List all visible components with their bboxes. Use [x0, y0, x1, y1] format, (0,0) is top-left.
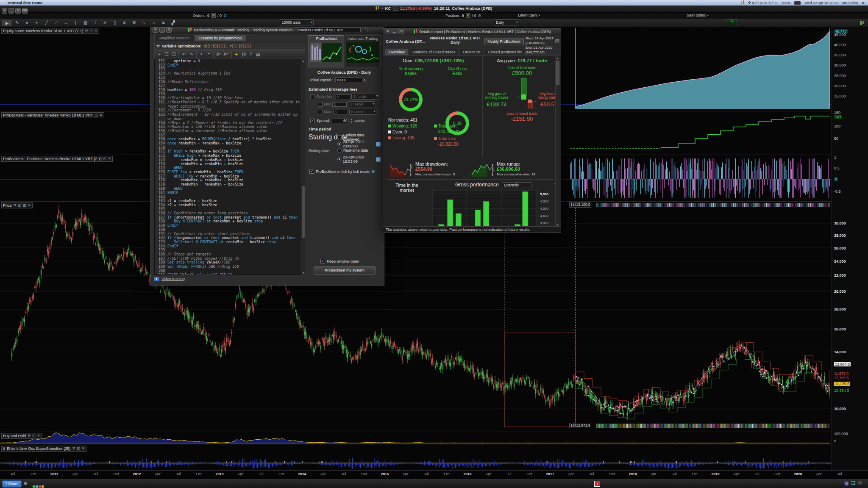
trash-tool[interactable]: ▯: [111, 20, 119, 26]
price-panel-title[interactable]: Price⚒◱▧✕: [1, 202, 33, 208]
wrench-icon[interactable]: ⚒: [14, 203, 17, 208]
print-icon[interactable]: ▤: [555, 38, 559, 44]
tick-mode-checkbox[interactable]: ✓: [309, 169, 314, 174]
cursor-tool[interactable]: ▶: [3, 20, 11, 26]
minimize-icon[interactable]: ▁: [392, 29, 397, 34]
list-menu-icon[interactable]: ≣: [862, 1, 865, 5]
display-icon[interactable]: ▭: [760, 1, 763, 5]
tab-creation-by-programming[interactable]: Creation by programming: [195, 35, 246, 41]
code-line[interactable]: 163//MaxIncrement = 10 //10 Limit of no …: [155, 113, 301, 121]
calendar-icon[interactable]: [376, 142, 381, 147]
video-training-link[interactable]: ▶ Video training: [154, 277, 185, 281]
min-checkbox[interactable]: ✓: [318, 102, 323, 107]
position-gear-icon[interactable]: ⚙: [478, 14, 481, 18]
grid-icon[interactable]: ▦: [844, 480, 849, 486]
hline-tool[interactable]: ↔: [62, 20, 70, 26]
bluetooth-icon[interactable]: ᛒ: [772, 1, 774, 5]
tools-tool[interactable]: ⚒: [130, 20, 138, 26]
alert-badge-icon[interactable]: !: [594, 481, 600, 487]
positions-panel-title[interactable]: ProBacktest - Positions: Nneless Renko 1…: [1, 156, 113, 162]
orders-gear-icon[interactable]: ⚙: [223, 14, 227, 18]
close-icon[interactable]: ✕: [95, 28, 97, 33]
calendar-icon[interactable]: [376, 157, 381, 162]
cut-icon[interactable]: ✂: [156, 52, 162, 57]
app-menu[interactable]: ProRealTime Demo: [8, 1, 42, 5]
help-icon[interactable]: ?: [248, 52, 254, 57]
close-icon[interactable]: ✕: [2, 8, 7, 14]
copy-icon[interactable]: ❐: [164, 52, 170, 57]
code-line[interactable]: 156//Renko Definitions: [155, 80, 301, 84]
min-unit-select[interactable]: £ / order: [348, 101, 375, 107]
units-select[interactable]: 10000 units: [280, 19, 314, 25]
max-checkbox[interactable]: ✓: [318, 110, 323, 114]
code-scrollbar[interactable]: ▲▼: [301, 59, 306, 275]
zigzag-green-tool[interactable]: ≈: [150, 20, 158, 26]
close-icon[interactable]: ✕: [37, 433, 40, 438]
pencil-tool[interactable]: ✎: [13, 20, 21, 26]
minimize-icon[interactable]: ▁: [8, 8, 14, 14]
minimize-icon[interactable]: ▁: [159, 27, 165, 33]
system-name-input[interactable]: [297, 28, 361, 32]
chart-type-icon[interactable]: ⤴▾: [727, 19, 737, 26]
redo-icon[interactable]: ↷: [188, 52, 194, 57]
symbol[interactable]: KC: [385, 6, 391, 11]
tip-bulb-icon[interactable]: ✦: [234, 52, 239, 57]
chat-icon[interactable]: ❏: [851, 480, 855, 486]
order-fee-unit-select[interactable]: £ / order: [351, 94, 378, 100]
chart-edit-tool[interactable]: ▧: [81, 20, 89, 26]
initial-capital-input[interactable]: [335, 78, 362, 82]
close-icon[interactable]: ✕: [82, 446, 85, 451]
menu-user[interactable]: Ian Solley: [842, 1, 858, 5]
comment-icon[interactable]: ❝: [206, 52, 211, 57]
fork-tool[interactable]: ⋔: [120, 20, 128, 26]
backtesting-titlebar[interactable]: ✕ ▁ ⊡ Backtesting & Automatic Trading - …: [151, 27, 384, 33]
min-input[interactable]: 0: [332, 102, 347, 107]
tab-overview[interactable]: Overview: [385, 49, 408, 55]
font-smaller-icon[interactable]: A⁻: [216, 52, 222, 57]
layers-icon[interactable]: ⧉: [752, 1, 754, 5]
panel-icon[interactable]: ◱: [18, 203, 22, 208]
variables-panel-title[interactable]: ProBacktest - Variables: Nneless Renko 1…: [1, 112, 104, 118]
time-axis[interactable]: JulOct2011AprJulOct2012AprJulOct2013AprJ…: [0, 470, 868, 479]
panel-icon[interactable]: ◱: [89, 28, 93, 33]
tab-simplified-creation[interactable]: Simplified creation: [154, 35, 194, 41]
position-marker-label[interactable]: 1@13,100.0: [569, 202, 591, 208]
close-icon[interactable]: ✕: [28, 203, 31, 208]
code-line[interactable]: 181ENDIF: [155, 191, 301, 195]
order-fee-input[interactable]: 0: [336, 94, 350, 99]
code-editor[interactable]: 151 optimise = 0152EndIf153154// Heurist…: [154, 59, 302, 275]
price-marker-label[interactable]: 1@12,972.9: [569, 423, 591, 428]
code-line[interactable]: 152EndIf: [155, 64, 301, 68]
zoom-tool[interactable]: ⌖: [33, 20, 41, 26]
position-icon[interactable]: ▦: [466, 13, 470, 18]
ehlers-panel-title[interactable]: ▮ Ehler's Univ Osc SuperSmoother (25)⚒◱✕: [1, 446, 86, 452]
code-line[interactable]: 189EndIf: [155, 224, 301, 228]
spread-checkbox[interactable]: ✓: [310, 119, 315, 123]
text-tool[interactable]: T: [91, 20, 99, 26]
variable-optimization-bar[interactable]: ⚒ Variable optimization: q[2;10][1], r[1…: [154, 43, 305, 50]
restore-icon[interactable]: ⧉: [15, 8, 21, 14]
panel-icon[interactable]: ◱: [32, 433, 36, 438]
info-icon[interactable]: i: [393, 6, 398, 11]
probacktest-run-button[interactable]: ProBacktest my system: [314, 266, 376, 274]
maximize-icon[interactable]: ⊡: [398, 29, 404, 34]
function-icon[interactable]: ƒx: [241, 52, 247, 57]
code-line[interactable]: 154// Heuristics Algorithm 1 End: [155, 72, 301, 76]
spread-input[interactable]: [332, 119, 349, 123]
snapshot-icon[interactable]: ◉: [24, 481, 28, 485]
vline-tool[interactable]: ∣: [72, 20, 80, 26]
close-icon[interactable]: ✕: [153, 27, 158, 33]
search-icon[interactable]: ⌖: [198, 52, 204, 57]
tab-closed-positions[interactable]: Closed positions list: [485, 49, 526, 55]
panel-icon[interactable]: ◱: [95, 113, 98, 118]
report-titlebar[interactable]: ✕ ▁ ⊡ Detailed report | ProBacktest | Nn…: [383, 28, 561, 35]
keyboard-icon[interactable]: ⌨: [22, 8, 28, 14]
sync-icon[interactable]: ✣: [748, 1, 751, 5]
zigzag-red-tool[interactable]: ∿: [140, 20, 148, 26]
panel-divider[interactable]: [0, 432, 832, 432]
start-date-radio[interactable]: [337, 142, 341, 146]
trendline-tool[interactable]: ╱: [42, 20, 50, 26]
spotlight-icon[interactable]: ◎: [764, 1, 767, 5]
workspace-colors[interactable]: [32, 482, 44, 488]
earliest-date-radio[interactable]: [337, 135, 342, 139]
